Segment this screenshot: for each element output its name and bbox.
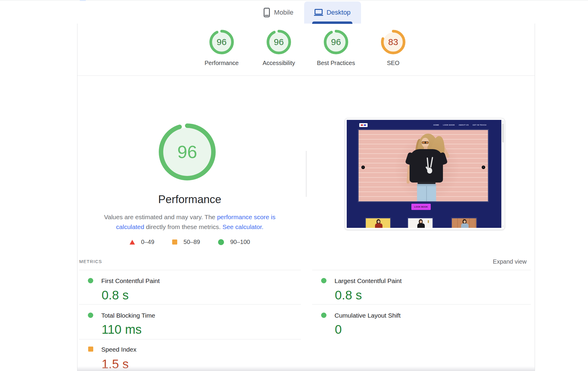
tab-selected-indicator	[312, 21, 352, 24]
disclaimer-text: Values are estimated and may vary. The p…	[96, 212, 284, 232]
score-gauge-performance[interactable]: 96	[209, 30, 234, 54]
score-value: 96	[209, 30, 234, 54]
metric-divider	[79, 304, 301, 304]
model-belt	[418, 182, 435, 184]
site-nav-about: ABOUT US	[459, 124, 469, 126]
metric-value: 0.8 s	[102, 288, 129, 302]
tab-mobile-label: Mobile	[274, 9, 293, 16]
site-logo	[359, 123, 368, 127]
score-value: 83	[381, 30, 405, 54]
disclaimer-segment: Values are estimated and may vary. The	[104, 214, 217, 220]
site-hero-image: ‹ ›	[359, 130, 488, 201]
legend-pass-range: 90–100	[230, 239, 250, 245]
metric-value: 1.5 s	[102, 357, 129, 371]
legend-fail-range: 0–49	[141, 239, 155, 245]
disclaimer-segment: directly from these metrics.	[144, 223, 223, 230]
mobile-phone-icon	[264, 8, 270, 17]
metric-status-icon-good	[88, 278, 93, 283]
scrollbar-thumb	[502, 123, 504, 143]
product-model	[420, 220, 422, 223]
metric-status-icon-good	[88, 313, 93, 318]
score-gauge-accessibility[interactable]: 96	[267, 30, 291, 54]
score-value: 96	[324, 30, 348, 54]
metric-value: 0.8 s	[335, 288, 362, 302]
metric-value: 110 ms	[102, 322, 142, 337]
screenshot-scrollbar: ▲ ▼	[501, 120, 504, 228]
legend-fail-icon	[130, 240, 135, 245]
performance-gauge: 96	[159, 123, 216, 180]
column-divider	[306, 151, 307, 197]
report-card-right-border	[535, 24, 535, 371]
metric-divider	[79, 270, 301, 270]
site-screenshot: HOME LOOK BOOK ABOUT US GET IN TOUCH	[347, 120, 501, 228]
bottom-fade	[77, 366, 535, 371]
score-gauge-best-practices[interactable]: 96	[324, 30, 348, 54]
legend-average-icon	[172, 239, 177, 245]
performance-gauge-value: 96	[159, 123, 216, 180]
metric-name: First Contentful Paint	[101, 277, 160, 285]
top-divider	[0, 0, 588, 1]
metric-status-icon-average	[88, 347, 93, 352]
site-nav-home: HOME	[433, 124, 439, 126]
product-model	[461, 223, 469, 228]
tab-mobile[interactable]: Mobile	[255, 1, 302, 24]
page-screenshot-thumbnail[interactable]: HOME LOOK BOOK ABOUT US GET IN TOUCH	[345, 118, 505, 230]
performance-section-title: Performance	[100, 193, 279, 206]
metric-name: Cumulative Layout Shift	[335, 312, 401, 319]
site-product-card	[365, 217, 391, 228]
score-label-seo: SEO	[363, 60, 423, 67]
legend-average-range: 50–89	[183, 239, 200, 245]
score-gauge-seo[interactable]: 83	[381, 30, 405, 54]
metric-divider	[312, 270, 531, 270]
scrollbar-down-arrow: ▼	[502, 225, 504, 228]
model-tshirt	[410, 149, 443, 183]
score-value: 96	[267, 30, 291, 54]
metric-name: Largest Contentful Paint	[335, 277, 402, 285]
metric-divider	[312, 304, 531, 304]
metric-status-icon-good	[321, 278, 326, 283]
skeleton-hand	[427, 168, 432, 174]
section-divider	[77, 75, 535, 76]
site-product-card	[407, 217, 433, 228]
product-model	[417, 223, 425, 228]
scrollbar-up-arrow: ▲	[502, 120, 504, 123]
metric-name: Speed Index	[101, 346, 136, 353]
legend-pass-icon	[218, 239, 224, 245]
metric-value: 0	[335, 322, 342, 337]
see-calculator-link[interactable]: See calculator.	[223, 223, 264, 230]
wall-lamp	[428, 220, 429, 223]
site-nav: HOME LOOK BOOK ABOUT US GET IN TOUCH	[433, 124, 486, 126]
tab-desktop[interactable]: Desktop	[304, 1, 361, 24]
model-jeans	[417, 184, 436, 201]
site-hero-frame: ‹ ›	[358, 129, 489, 202]
product-model	[463, 220, 466, 223]
top-accent	[80, 0, 86, 1]
metric-name: Total Blocking Time	[101, 312, 155, 319]
site-nav-contact: GET IN TOUCH	[473, 124, 487, 126]
metric-divider	[79, 339, 301, 339]
desktop-laptop-icon	[315, 9, 323, 15]
expand-view-button[interactable]: Expand view	[493, 258, 527, 265]
carousel-left-arrow: ‹	[361, 166, 365, 169]
score-label-accessibility: Accessibility	[249, 60, 309, 67]
carousel-right-arrow: ›	[482, 166, 485, 169]
product-model	[377, 220, 380, 223]
model-sunglasses	[422, 141, 429, 144]
site-product-card	[451, 217, 477, 228]
site-nav-lookbook: LOOK BOOK	[443, 124, 455, 126]
metric-status-icon-good	[321, 313, 326, 318]
site-lookbook-button: LOOK BOOK	[411, 204, 431, 210]
score-legend: 0–49 50–89 90–100	[100, 239, 279, 245]
score-label-performance: Performance	[192, 60, 251, 67]
score-label-best-practices: Best Practices	[306, 60, 366, 67]
metrics-heading: METRICS	[79, 259, 102, 264]
product-model	[375, 223, 382, 228]
tab-desktop-label: Desktop	[326, 9, 351, 16]
